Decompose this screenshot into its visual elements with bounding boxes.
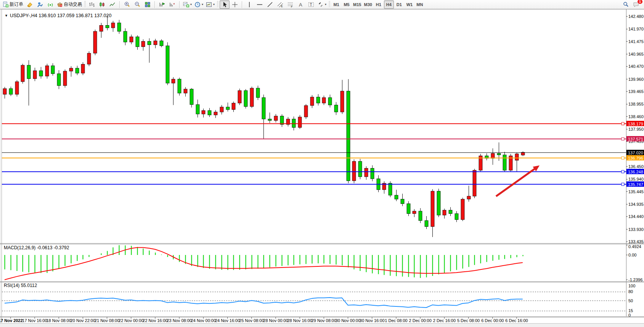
periods-button[interactable]: ▾ bbox=[193, 0, 204, 9]
price-tick-label: 134.935 bbox=[628, 202, 644, 207]
tf-d1-button[interactable]: D1 bbox=[394, 0, 404, 9]
new-order-button[interactable]: 新订单 bbox=[2, 0, 24, 9]
price-line-handle bbox=[622, 157, 624, 159]
search-button[interactable] bbox=[621, 0, 631, 9]
candle-body bbox=[389, 183, 392, 195]
time-axis-label: 1 Dec 08:00 bbox=[385, 318, 407, 323]
auto-scroll-button[interactable] bbox=[157, 0, 167, 9]
price-line-axis-value: 136.248 bbox=[628, 170, 643, 174]
channel-icon: E bbox=[277, 2, 283, 8]
candle-body bbox=[27, 65, 31, 79]
candle-body bbox=[196, 104, 199, 114]
candle-body bbox=[250, 88, 254, 106]
tf-mn-button[interactable]: MN bbox=[415, 0, 425, 9]
time-axis-label: 2 Dec 00:00 bbox=[409, 318, 432, 323]
candle-body bbox=[310, 97, 314, 106]
rsi-label: RSI(14) 55.0112 bbox=[4, 283, 37, 288]
bar-chart-icon bbox=[89, 2, 95, 8]
candle-body bbox=[238, 91, 241, 103]
price-tick-label: 138.460 bbox=[628, 114, 644, 119]
bar-chart-button[interactable] bbox=[87, 0, 97, 9]
tile-windows-icon bbox=[145, 2, 151, 8]
notification-badge: 1 bbox=[637, 0, 643, 4]
time-axis-label: 28 Nov 16:00 bbox=[287, 318, 312, 323]
price-chart-canvas[interactable]: ▼USDJPY-,H4 136.910 137.059 136.871 137.… bbox=[0, 9, 644, 323]
price-tick-label: 142.480 bbox=[628, 14, 644, 19]
line-chart-icon bbox=[109, 2, 116, 8]
cursor-tool-button[interactable] bbox=[220, 0, 230, 9]
horizontal-line-tool-button[interactable] bbox=[255, 0, 265, 9]
zoom-out-button[interactable] bbox=[132, 0, 142, 9]
svg-text:F: F bbox=[291, 5, 292, 8]
time-axis-label: 22 Nov 00:00 bbox=[119, 318, 143, 323]
candle-body bbox=[81, 64, 85, 73]
tf-m15-button[interactable]: M15 bbox=[352, 0, 362, 9]
vertical-line-tool-button[interactable] bbox=[244, 0, 254, 9]
text-tool-button[interactable]: A bbox=[296, 0, 306, 9]
candle-body bbox=[15, 82, 19, 94]
candle-body bbox=[322, 98, 326, 103]
tf-m5-button[interactable]: M5 bbox=[342, 0, 352, 9]
time-axis-label: 23 Nov 08:00 bbox=[167, 318, 191, 323]
macd-axis-label: -1.2396 bbox=[628, 277, 642, 282]
candle-body bbox=[226, 107, 230, 110]
tf-m1-button[interactable]: M1 bbox=[331, 0, 341, 9]
indicators-button[interactable]: ▾ bbox=[182, 0, 193, 9]
candle-body bbox=[419, 211, 422, 221]
fibonacci-tool-button[interactable]: F bbox=[286, 0, 296, 9]
candle-body bbox=[220, 107, 223, 112]
indicators-icon bbox=[183, 2, 189, 8]
price-tick-label: 137.950 bbox=[628, 127, 644, 131]
templates-button[interactable]: ▾ bbox=[205, 0, 216, 9]
tf-h4-button[interactable]: H4 bbox=[384, 0, 394, 9]
tf-h1-button[interactable]: H1 bbox=[374, 0, 384, 9]
crosshair-icon bbox=[232, 2, 238, 8]
signal-icon bbox=[47, 2, 53, 8]
toolbar-grip bbox=[84, 1, 86, 8]
tf-w1-button[interactable]: W1 bbox=[405, 0, 414, 9]
eraser-button[interactable] bbox=[25, 0, 35, 9]
candle-body bbox=[401, 199, 404, 204]
chart-window-button[interactable] bbox=[35, 0, 45, 9]
price-line-axis-label: 137.571 bbox=[626, 136, 644, 141]
line-chart-button[interactable] bbox=[108, 0, 117, 9]
macd-axis-label: 0.00 bbox=[628, 253, 636, 257]
svg-text:T: T bbox=[310, 3, 312, 7]
candle-body bbox=[497, 153, 501, 155]
equidistant-channel-tool-button[interactable]: E bbox=[275, 0, 285, 9]
trendline-tool-button[interactable] bbox=[265, 0, 275, 9]
candle-body bbox=[395, 195, 398, 199]
candle-body bbox=[467, 196, 471, 199]
crosshair-tool-button[interactable] bbox=[230, 0, 240, 9]
chart-window[interactable]: ▼USDJPY-,H4 136.910 137.059 136.871 137.… bbox=[0, 9, 644, 323]
price-line-handle bbox=[622, 170, 624, 173]
price-line-handle bbox=[622, 122, 624, 125]
price-line-axis-value: 135.747 bbox=[628, 182, 643, 187]
toolbar-grip-3 bbox=[329, 1, 330, 8]
macd-axis-label: 0.4924 bbox=[628, 244, 641, 249]
arrows-tool-button[interactable]: ▾ bbox=[316, 0, 328, 9]
candle-body bbox=[437, 191, 440, 215]
auto-scroll-icon bbox=[159, 2, 165, 8]
zoom-in-button[interactable] bbox=[122, 0, 132, 9]
chart-shift-button[interactable] bbox=[167, 0, 177, 9]
time-axis-label: 30 Nov 00:00 bbox=[336, 318, 360, 323]
candle-body bbox=[431, 191, 434, 227]
price-tick-label: 134.440 bbox=[628, 214, 644, 219]
candle-body bbox=[178, 79, 181, 93]
signal-button[interactable] bbox=[45, 0, 55, 9]
candle-body bbox=[340, 91, 344, 112]
notifications-button[interactable]: 1 bbox=[631, 0, 641, 9]
candle-body bbox=[45, 66, 49, 76]
candle-body bbox=[184, 89, 187, 93]
new-order-icon bbox=[3, 2, 9, 8]
fibonacci-icon: F bbox=[287, 2, 294, 8]
candlestick-chart-button[interactable] bbox=[97, 0, 107, 9]
tile-windows-button[interactable] bbox=[143, 0, 153, 9]
tf-m30-button[interactable]: M30 bbox=[363, 0, 373, 9]
auto-trading-button[interactable]: 自动交易 bbox=[56, 0, 83, 9]
text-label-tool-button[interactable]: T bbox=[306, 0, 316, 9]
candle-body bbox=[268, 119, 271, 120]
price-line-axis-label: 136.248 bbox=[626, 169, 644, 174]
time-axis-label: 6 Dec 16:00 bbox=[505, 318, 528, 323]
